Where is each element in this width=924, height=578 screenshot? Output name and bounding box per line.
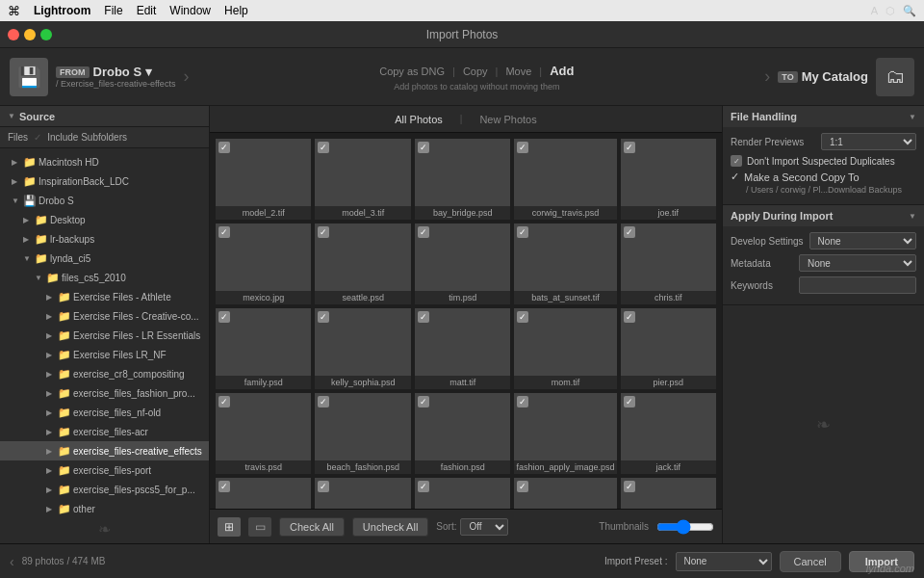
add-mode[interactable]: Add: [546, 62, 578, 80]
photo-thumb-mom[interactable]: ✓ mom.tif: [514, 308, 616, 389]
photo-thumb-23[interactable]: ✓: [415, 478, 510, 509]
photo-thumb-25[interactable]: ✓: [621, 478, 716, 509]
import-toolbar: 💾 FROM Drobo S ▾ / Exercise_files-creati…: [0, 48, 924, 106]
photo-thumb-travis[interactable]: ✓ travis.psd: [216, 393, 311, 474]
sort-select[interactable]: Off: [460, 518, 508, 536]
dont-import-checkbox[interactable]: ✓: [731, 155, 742, 167]
photo-thumb-bats-sunset[interactable]: ✓ bats_at_sunset.tif: [514, 223, 616, 304]
photo-thumb-bay-bridge[interactable]: ✓ bay_bridge.psd: [415, 139, 510, 220]
tree-item-macintosh-hd[interactable]: ▶ 📁 Macintosh HD: [0, 152, 209, 171]
thumbnail-size-slider[interactable]: [656, 519, 714, 535]
tree-item-exercise-port[interactable]: ▶ 📁 exercise_files-port: [0, 460, 209, 480]
right-nav-arrow[interactable]: ›: [764, 66, 770, 87]
cancel-button[interactable]: Cancel: [780, 551, 841, 572]
tree-item-exercise-lr-nf[interactable]: ▶ 📁 Exercise Files LR_NF: [0, 345, 209, 364]
photo-thumb-mexico[interactable]: ✓ mexico.jpg: [216, 223, 311, 304]
check-all-button[interactable]: Check All: [279, 517, 345, 537]
expand-icon: ▶: [23, 235, 33, 244]
photo-grid: ✓ model_2.tif ✓ model_3.tif ✓ bay_bridge…: [210, 133, 722, 509]
tab-all-photos[interactable]: All Photos: [389, 112, 449, 127]
expand-icon: ▶: [12, 158, 21, 167]
photo-thumb-family[interactable]: ✓ family.psd: [216, 308, 311, 389]
menu-help[interactable]: Help: [224, 4, 248, 17]
tree-item-exercise-lr-essentials[interactable]: ▶ 📁 Exercise Files - LR Essentials: [0, 326, 209, 345]
copy-dng-mode[interactable]: Copy as DNG: [375, 64, 449, 79]
search-icon[interactable]: 🔍: [903, 5, 916, 17]
expand-icon: ▶: [46, 428, 56, 436]
files-label: Files: [8, 132, 28, 143]
window-title: Import Photos: [426, 28, 499, 41]
close-button[interactable]: [8, 29, 19, 40]
menu-file[interactable]: File: [104, 4, 122, 17]
import-preset-select[interactable]: None: [676, 552, 772, 571]
grid-view-button[interactable]: ⊞: [218, 517, 241, 537]
photo-thumb-21[interactable]: ✓: [216, 478, 311, 509]
catalog-name[interactable]: My Catalog: [802, 69, 868, 84]
tree-item-exercise-creative[interactable]: ▶ 📁 Exercise Files - Creative-co...: [0, 306, 209, 326]
keywords-label: Keywords: [731, 280, 793, 291]
menu-window[interactable]: Window: [169, 4, 211, 17]
photo-thumb-kelly-sophia[interactable]: ✓ kelly_sophia.psd: [315, 308, 410, 389]
keywords-input[interactable]: [799, 276, 916, 294]
photo-thumb-jack[interactable]: ✓ jack.tif: [621, 393, 716, 474]
tree-item-drobo-s[interactable]: ▼ 💾 Drobo S: [0, 191, 209, 210]
tree-item-exercise-pscs5[interactable]: ▶ 📁 exercise_files-pscs5_for_p...: [0, 480, 209, 499]
uncheck-all-button[interactable]: Uncheck All: [352, 517, 428, 537]
photo-thumb-model3[interactable]: ✓ model_3.tif: [315, 139, 410, 220]
photo-thumb-corwig-travis[interactable]: ✓ corwig_travis.psd: [514, 139, 616, 220]
network-icon: ⬡: [886, 5, 895, 17]
app-menu-lightroom[interactable]: Lightroom: [34, 4, 90, 17]
to-section: TO My Catalog: [778, 69, 868, 84]
render-previews-label: Render Previews: [731, 137, 817, 147]
expand-icon: ▶: [46, 293, 56, 302]
tree-item-other[interactable]: ▶ 📁 other: [0, 499, 209, 514]
copy-mode[interactable]: Copy: [459, 64, 492, 79]
expand-icon: ▼: [35, 274, 44, 282]
render-previews-select[interactable]: 1:1 Standard Minimal: [821, 133, 916, 150]
file-handling-header[interactable]: File Handling ▼: [723, 106, 924, 127]
dont-import-row: ✓ Don't Import Suspected Duplicates: [731, 155, 916, 167]
apply-during-import-label: Apply During Import: [731, 210, 833, 222]
tree-item-inspirationback[interactable]: ▶ 📁 InspirationBack_LDC: [0, 171, 209, 191]
left-nav-arrow[interactable]: ›: [183, 66, 189, 87]
loupe-view-button[interactable]: ▭: [248, 517, 271, 537]
include-subfolders-label[interactable]: Include Subfolders: [47, 132, 127, 143]
source-label: Source: [19, 111, 55, 122]
tree-item-desktop[interactable]: ▶ 📁 Desktop: [0, 210, 209, 229]
menu-edit[interactable]: Edit: [137, 4, 157, 17]
tree-item-files-cs5-2010[interactable]: ▼ 📁 files_cs5_2010: [0, 268, 209, 287]
photo-thumb-fashion-apply[interactable]: ✓ fashion_apply_image.psd: [514, 393, 616, 474]
tree-item-exercise-cr8[interactable]: ▶ 📁 exercise_cr8_compositing: [0, 364, 209, 383]
source-name[interactable]: Drobo S ▾: [93, 65, 152, 79]
apple-menu[interactable]: ⌘: [8, 4, 20, 18]
photo-thumb-fashion[interactable]: ✓ fashion.psd: [415, 393, 510, 474]
photo-thumb-matt[interactable]: ✓ matt.tif: [415, 308, 510, 389]
photo-thumb-chris[interactable]: ✓ chris.tif: [621, 223, 716, 304]
apply-during-import-header[interactable]: Apply During Import ▼: [723, 205, 924, 226]
tree-item-lr-backups[interactable]: ▶ 📁 lr-backups: [0, 229, 209, 249]
maximize-button[interactable]: [40, 29, 52, 40]
minimize-button[interactable]: [24, 29, 36, 40]
photo-thumb-pier[interactable]: ✓ pier.psd: [621, 308, 716, 389]
tab-new-photos[interactable]: New Photos: [474, 112, 542, 127]
tree-item-exercise-acr[interactable]: ▶ 📁 exercise_files-acr: [0, 422, 209, 441]
second-copy-checkbox[interactable]: ✓: [731, 171, 739, 183]
source-section-header[interactable]: ▼ Source: [0, 106, 209, 127]
tree-item-lynda-ci5[interactable]: ▼ 📁 lynda_ci5: [0, 249, 209, 268]
tree-item-exercise-athlete[interactable]: ▶ 📁 Exercise Files - Athlete: [0, 287, 209, 306]
photo-thumb-model2[interactable]: ✓ model_2.tif: [216, 139, 311, 220]
photo-thumb-22[interactable]: ✓: [315, 478, 410, 509]
tree-item-exercise-creative-effects[interactable]: ▶ 📁 exercise_files-creative_effects: [0, 441, 209, 460]
develop-settings-select[interactable]: None: [809, 232, 916, 250]
photo-thumb-joe[interactable]: ✓ joe.tif: [621, 139, 716, 220]
tree-item-exercise-nf-old[interactable]: ▶ 📁 exercise_files_nf-old: [0, 403, 209, 422]
metadata-select[interactable]: None: [799, 254, 916, 272]
catalog-icon: 🗂: [876, 58, 914, 96]
photo-thumb-seattle[interactable]: ✓ seattle.psd: [315, 223, 410, 304]
photo-thumb-beach-fashion[interactable]: ✓ beach_fashion.psd: [315, 393, 410, 474]
bottom-left-nav[interactable]: ‹: [10, 554, 14, 569]
move-mode[interactable]: Move: [501, 64, 535, 79]
photo-thumb-tim[interactable]: ✓ tim.psd: [415, 223, 510, 304]
tree-item-exercise-fashion-pro[interactable]: ▶ 📁 exercise_files_fashion_pro...: [0, 383, 209, 403]
photo-thumb-24[interactable]: ✓: [514, 478, 616, 509]
